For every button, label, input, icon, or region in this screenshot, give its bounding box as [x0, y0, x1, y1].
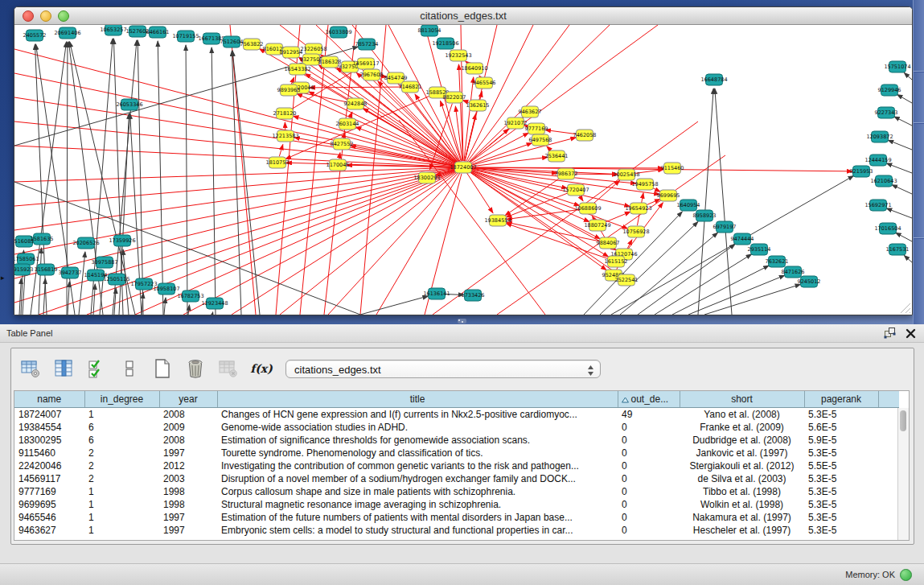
- graph-node[interactable]: 19218506: [432, 38, 458, 49]
- scrollbar-thumb[interactable]: [900, 410, 906, 431]
- table-cell[interactable]: 0: [618, 421, 680, 434]
- graph-node[interactable]: 8822037: [443, 92, 466, 103]
- graph-node[interactable]: 9129946: [878, 84, 901, 96]
- graph-node[interactable]: 1615152: [605, 256, 628, 267]
- close-panel-icon[interactable]: [906, 328, 916, 342]
- table-cell[interactable]: 9777169: [14, 485, 84, 498]
- table-cell[interactable]: 1: [84, 498, 159, 511]
- table-cell[interactable]: Structural magnetic resonance image aver…: [217, 498, 618, 511]
- table-column-icon[interactable]: [52, 357, 75, 380]
- table-cell[interactable]: Embryonic stem cells: a model to study s…: [217, 524, 618, 537]
- graph-node[interactable]: 9474444: [731, 233, 754, 245]
- graph-node[interactable]: 9242848: [344, 98, 368, 109]
- graph-node[interactable]: 16136141: [423, 288, 450, 299]
- table-cell[interactable]: Nakamura et al. (1997): [680, 511, 804, 524]
- table-cell[interactable]: Investigating the contribution of common…: [217, 459, 618, 472]
- graph-node[interactable]: 1921072: [504, 117, 528, 129]
- graph-node[interactable]: 3942737: [59, 267, 82, 278]
- column-header-year[interactable]: year: [159, 391, 217, 407]
- table-cell[interactable]: 2: [84, 472, 159, 485]
- table-cell[interactable]: Genome-wide association studies in ADHD.: [217, 421, 618, 434]
- table-cell[interactable]: 0: [618, 434, 680, 447]
- table-cell[interactable]: 5.3E-5: [804, 447, 878, 459]
- table-cell[interactable]: 5.9E-5: [804, 434, 878, 447]
- network-window-titlebar[interactable]: citations_edges.txt: [14, 7, 912, 25]
- graph-node[interactable]: 16033809: [325, 27, 351, 38]
- graph-node[interactable]: 6497568: [529, 134, 552, 146]
- table-cell[interactable]: Franke et al. (2009): [680, 421, 804, 434]
- table-cell[interactable]: 9465546: [14, 511, 84, 524]
- table-cell[interactable]: 5.6E-5: [804, 421, 878, 434]
- table-row[interactable]: 1830029562008Estimation of significance …: [14, 434, 899, 447]
- table-cell[interactable]: 6: [84, 434, 159, 447]
- table-row[interactable]: 946554611997Estimation of the future num…: [14, 511, 899, 524]
- graph-node[interactable]: 9893963: [277, 84, 301, 96]
- graph-node[interactable]: 9115460: [661, 163, 684, 174]
- table-row[interactable]: 911546021997Tourette syndrome. Phenomeno…: [14, 447, 899, 459]
- table-cell[interactable]: 1: [84, 407, 159, 421]
- graph-node[interactable]: 8813054: [418, 25, 441, 36]
- table-row[interactable]: 946362711997Embryonic stem cells: a mode…: [14, 524, 899, 537]
- graph-node[interactable]: 9227343: [875, 107, 898, 118]
- table-cell[interactable]: 0: [618, 472, 680, 485]
- table-cell[interactable]: Yano et al. (2008): [680, 407, 804, 421]
- graph-node[interactable]: 2522541: [615, 274, 639, 286]
- graph-node[interactable]: 3915923: [14, 264, 33, 275]
- table-vertical-scrollbar[interactable]: [897, 408, 909, 541]
- table-cell[interactable]: 18300295: [14, 434, 84, 447]
- graph-node[interactable]: 23226058: [300, 43, 326, 55]
- graph-node[interactable]: 2405572: [23, 30, 47, 41]
- table-cell[interactable]: Hescheler et al. (1997): [680, 524, 804, 537]
- table-cell[interactable]: 2008: [159, 434, 217, 447]
- table-cell[interactable]: Estimation of significance thresholds fo…: [217, 434, 618, 447]
- table-cell[interactable]: Disruption of a novel member of a sodium…: [217, 472, 618, 485]
- graph-node[interactable]: 17359926: [109, 235, 135, 246]
- graph-node[interactable]: 7857234: [355, 39, 379, 50]
- graph-node[interactable]: 1581635: [31, 233, 54, 245]
- column-header-out_de[interactable]: out_de...: [618, 391, 680, 407]
- table-cell[interactable]: 0: [618, 511, 680, 524]
- float-panel-icon[interactable]: [884, 327, 896, 342]
- graph-node[interactable]: 9463627: [519, 106, 542, 117]
- graph-node[interactable]: 2536441: [545, 150, 569, 162]
- graph-node[interactable]: 9884067: [597, 237, 620, 249]
- table-cell[interactable]: Estimation of the future numbers of pati…: [217, 511, 618, 524]
- window-minimize-button[interactable]: [40, 10, 51, 22]
- table-cell[interactable]: 2009: [159, 421, 217, 434]
- graph-node[interactable]: 8471626: [782, 266, 805, 278]
- table-settings-icon[interactable]: [19, 357, 42, 380]
- table-cell[interactable]: 0: [618, 524, 680, 537]
- table-cell[interactable]: 1997: [159, 511, 217, 524]
- column-header-short[interactable]: short: [680, 391, 804, 407]
- table-cell[interactable]: 5.3E-5: [804, 472, 878, 485]
- window-close-button[interactable]: [23, 10, 34, 22]
- graph-node[interactable]: 17585061: [14, 253, 39, 265]
- column-header-pagerank[interactable]: pagerank: [804, 391, 878, 407]
- graph-node[interactable]: 10756928: [622, 226, 649, 237]
- graph-node[interactable]: 20691406: [54, 27, 80, 39]
- table-selector-combobox[interactable]: citations_edges.txt: [285, 360, 601, 378]
- graph-node[interactable]: 8958923: [693, 210, 717, 221]
- graph-node[interactable]: 7632621: [766, 256, 789, 267]
- graph-node[interactable]: 6979197: [713, 221, 737, 233]
- graph-node[interactable]: 2935114: [748, 244, 771, 255]
- graph-node[interactable]: 6466161: [146, 27, 170, 38]
- rows-icon[interactable]: [118, 357, 141, 380]
- graph-node[interactable]: 9245012: [798, 276, 821, 287]
- table-cell[interactable]: 22420046: [14, 459, 84, 472]
- graph-node[interactable]: 10719155: [172, 31, 199, 42]
- graph-node[interactable]: 7512604: [220, 36, 244, 47]
- column-header-in_degree[interactable]: in_degree: [84, 391, 159, 407]
- graph-node[interactable]: 15751074: [884, 61, 910, 72]
- table-cell[interactable]: 2008: [159, 407, 217, 421]
- table-cell[interactable]: Corpus callosum shape and size in male p…: [217, 485, 618, 498]
- table-row[interactable]: 977716911998Corpus callosum shape and si…: [14, 485, 899, 498]
- graph-node[interactable]: 16648784: [700, 74, 727, 85]
- graph-node[interactable]: 2967608: [360, 69, 384, 80]
- table-cell[interactable]: 0: [618, 459, 680, 472]
- graph-node[interactable]: 7146821: [399, 81, 422, 93]
- graph-node[interactable]: 1156819: [35, 264, 58, 275]
- table-cell[interactable]: Dudbridge et al. (2008): [680, 434, 804, 447]
- graph-node[interactable]: 1640954: [677, 200, 700, 211]
- table-header-row[interactable]: namein_degreeyeartitleout_de...shortpage…: [14, 391, 899, 407]
